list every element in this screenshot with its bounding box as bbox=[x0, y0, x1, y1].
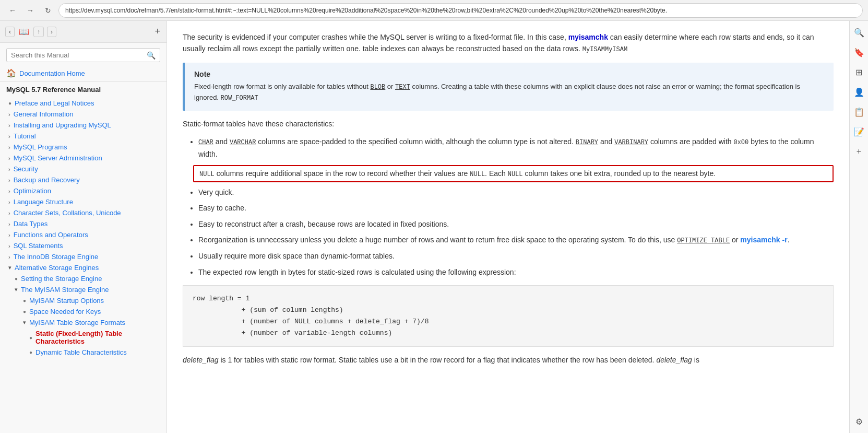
nav-item-startup-opts[interactable]: ●MyISAM Startup Options bbox=[0, 295, 167, 306]
nav-item-server-admin[interactable]: ›MySQL Server Administration bbox=[0, 153, 167, 163]
optimize-table-code: OPTIMIZE TABLE bbox=[677, 237, 730, 244]
book-button[interactable]: 📖 bbox=[18, 26, 30, 38]
nav-item-sql[interactable]: ›SQL Statements bbox=[0, 240, 167, 251]
nav-label-language: Language Structure bbox=[14, 198, 73, 206]
nav-bullet-setting-engine: ● bbox=[15, 276, 18, 282]
nav-item-datatypes[interactable]: ›Data Types bbox=[0, 218, 167, 229]
nav-item-innodb[interactable]: ›The InnoDB Storage Engine bbox=[0, 251, 167, 262]
nav-bullet-static-table: ● bbox=[29, 335, 32, 341]
nav-label-alt-storage: Alternative Storage Engines bbox=[15, 264, 99, 272]
next-nav-button[interactable]: › bbox=[47, 27, 56, 37]
sidebar: ‹ 📖 ↑ › + 🔍 🏠 Documentation Home MySQL 5… bbox=[0, 21, 167, 433]
bullet-reconstruct: Easy to reconstruct after a crash, becau… bbox=[198, 218, 834, 230]
delete-flag-em2: delete_flag bbox=[656, 356, 692, 364]
manual-title: MySQL 5.7 Reference Manual bbox=[0, 81, 167, 96]
nav-item-space-keys[interactable]: ●Space Needed for Keys bbox=[0, 306, 167, 317]
highlighted-null-row: NULL columns require additional space in… bbox=[193, 165, 834, 182]
footer-text: delete_flag is 1 for tables with static … bbox=[183, 354, 834, 366]
right-plus-icon[interactable]: + bbox=[852, 144, 866, 159]
bullet-very-quick: Very quick. bbox=[198, 186, 834, 198]
characteristics-list: CHAR and VARCHAR columns are space-padde… bbox=[198, 136, 834, 160]
back-button[interactable]: ← bbox=[5, 3, 20, 18]
right-bookmark-icon[interactable]: 🔖 bbox=[852, 45, 866, 60]
nav-label-setting-engine: Setting the Storage Engine bbox=[21, 275, 102, 283]
search-box: 🔍 bbox=[6, 48, 160, 62]
bullet-reorganize: Reorganization is unnecessary unless you… bbox=[198, 234, 834, 246]
right-extensions-icon[interactable]: ⊞ bbox=[852, 65, 866, 79]
nav-label-functions: Functions and Operators bbox=[14, 231, 88, 239]
browser-chrome: ← → ↻ bbox=[0, 0, 868, 21]
nav-item-dynamic-table[interactable]: ●Dynamic Table Characteristics bbox=[0, 347, 167, 358]
row-length-code: row length = 1 + (sum of column lengths)… bbox=[183, 285, 834, 347]
nav-bullet-startup-opts: ● bbox=[23, 298, 26, 303]
nav-item-language[interactable]: ›Language Structure bbox=[0, 196, 167, 207]
nav-item-charsets[interactable]: ›Character Sets, Collations, Unicode bbox=[0, 207, 167, 218]
nav-arrow-functions: › bbox=[8, 232, 10, 238]
nav-label-space-keys: Space Needed for Keys bbox=[29, 308, 101, 315]
doc-home-label: Documentation Home bbox=[19, 69, 85, 77]
char-code: CHAR bbox=[198, 139, 213, 146]
myisamchk-r-link[interactable]: myisamchk -r bbox=[740, 236, 787, 244]
nav-item-functions[interactable]: ›Functions and Operators bbox=[0, 229, 167, 240]
right-panel: 🔍 🔖 ⊞ 👤 📋 📝 + ⚙ bbox=[849, 21, 868, 433]
nav-tree: ●Preface and Legal Notices›General Infor… bbox=[0, 96, 167, 433]
nav-label-dynamic-table: Dynamic Table Characteristics bbox=[35, 348, 127, 356]
varbinary-code: VARBINARY bbox=[614, 139, 648, 146]
nav-label-innodb: The InnoDB Storage Engine bbox=[14, 253, 99, 261]
myisamchk-link[interactable]: myisamchk bbox=[568, 33, 608, 41]
nav-item-table-formats[interactable]: ▾MyISAM Table Storage Formats bbox=[0, 317, 167, 328]
nav-item-preface[interactable]: ●Preface and Legal Notices bbox=[0, 98, 167, 109]
static-intro: Static-format tables have these characte… bbox=[183, 118, 834, 130]
nav-label-programs: MySQL Programs bbox=[14, 143, 67, 151]
nav-arrow-sql: › bbox=[8, 243, 10, 249]
nav-item-installing[interactable]: ›Installing and Upgrading MySQL bbox=[0, 120, 167, 131]
code-pre: row length = 1 + (sum of column lengths)… bbox=[193, 293, 824, 339]
refresh-button[interactable]: ↻ bbox=[41, 3, 55, 18]
varchar-code: VARCHAR bbox=[230, 139, 256, 146]
url-bar[interactable] bbox=[58, 3, 863, 18]
right-settings-icon[interactable]: ⚙ bbox=[852, 414, 866, 429]
nav-item-security[interactable]: ›Security bbox=[0, 163, 167, 174]
nav-item-myisam[interactable]: ▾The MyISAM Storage Engine bbox=[0, 284, 167, 295]
nav-arrow-myisam: ▾ bbox=[15, 286, 18, 293]
bullet-char-varchar: CHAR and VARCHAR columns are space-padde… bbox=[198, 136, 834, 160]
nav-item-tutorial[interactable]: ›Tutorial bbox=[0, 131, 167, 142]
nav-label-startup-opts: MyISAM Startup Options bbox=[29, 297, 104, 305]
nav-item-setting-engine[interactable]: ●Setting the Storage Engine bbox=[0, 273, 167, 284]
nav-item-backup[interactable]: ›Backup and Recovery bbox=[0, 174, 167, 185]
right-outlook-icon[interactable]: 📋 bbox=[852, 104, 866, 119]
right-search-icon[interactable]: 🔍 bbox=[852, 25, 866, 40]
search-button[interactable]: 🔍 bbox=[142, 49, 160, 62]
nav-item-general[interactable]: ›General Information bbox=[0, 109, 167, 120]
note-text: Fixed-length row format is only availabl… bbox=[194, 81, 824, 103]
right-todo-icon[interactable]: 📝 bbox=[852, 124, 866, 139]
nav-label-backup: Backup and Recovery bbox=[14, 176, 80, 184]
nav-label-sql: SQL Statements bbox=[14, 242, 63, 250]
hex-code: 0x00 bbox=[733, 139, 748, 146]
nav-item-static-table[interactable]: ●Static (Fixed-Length) Table Characteris… bbox=[0, 328, 167, 347]
myisam-code: MyISAMMyISAM bbox=[582, 46, 627, 53]
nav-label-installing: Installing and Upgrading MySQL bbox=[14, 121, 111, 129]
search-input[interactable] bbox=[7, 49, 142, 62]
nav-arrow-programs: › bbox=[8, 144, 10, 150]
null-text: NULL columns require additional space in… bbox=[199, 169, 716, 178]
expand-button[interactable]: + bbox=[153, 25, 161, 38]
nav-arrow-security: › bbox=[8, 166, 10, 172]
nav-arrow-backup: › bbox=[8, 177, 10, 183]
prev-nav-button[interactable]: ‹ bbox=[5, 27, 15, 37]
up-nav-button[interactable]: ↑ bbox=[33, 27, 44, 37]
nav-arrow-general: › bbox=[8, 111, 10, 118]
nav-arrow-optimization: › bbox=[8, 188, 10, 194]
right-user-icon[interactable]: 👤 bbox=[852, 85, 866, 99]
nav-item-alt-storage[interactable]: ▾Alternative Storage Engines bbox=[0, 262, 167, 273]
null-code3: NULL bbox=[508, 171, 523, 178]
nav-item-programs[interactable]: ›MySQL Programs bbox=[0, 142, 167, 153]
doc-home-link[interactable]: 🏠 Documentation Home bbox=[0, 65, 167, 81]
nav-arrow-innodb: › bbox=[8, 254, 10, 260]
nav-label-table-formats: MyISAM Table Storage Formats bbox=[29, 319, 125, 326]
forward-button[interactable]: → bbox=[23, 3, 38, 18]
delete-flag-em: delete_flag bbox=[183, 356, 219, 364]
nav-bullet-preface: ● bbox=[8, 100, 11, 106]
nav-bullet-dynamic-table: ● bbox=[29, 349, 32, 355]
nav-item-optimization[interactable]: ›Optimization bbox=[0, 185, 167, 196]
